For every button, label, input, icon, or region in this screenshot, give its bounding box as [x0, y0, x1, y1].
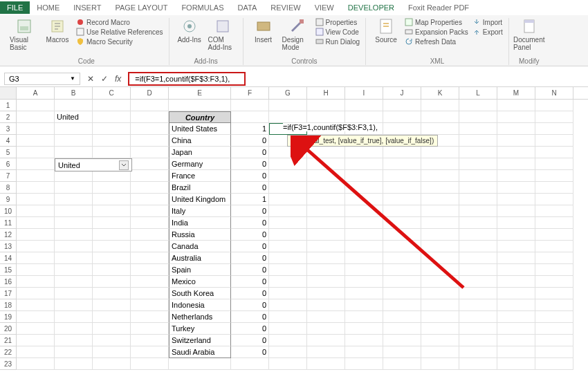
- cell-M20[interactable]: [497, 323, 535, 335]
- cell-A19[interactable]: [17, 311, 55, 323]
- cell-L17[interactable]: [459, 288, 497, 299]
- cell-N6[interactable]: [535, 158, 573, 170]
- cell-E8[interactable]: Brazil: [169, 182, 231, 194]
- cell-H22[interactable]: [307, 346, 345, 358]
- cell-A14[interactable]: [17, 252, 55, 264]
- cell-A22[interactable]: [17, 346, 55, 358]
- col-head-M[interactable]: M: [497, 87, 535, 99]
- cell-D4[interactable]: [131, 135, 169, 147]
- cell-N23[interactable]: [535, 358, 573, 370]
- cell-C20[interactable]: [93, 323, 131, 335]
- cell-D18[interactable]: [131, 299, 169, 311]
- cell-K11[interactable]: [421, 217, 459, 229]
- tab-data[interactable]: DATA: [231, 1, 264, 14]
- cell-E20[interactable]: Turkey: [169, 323, 231, 335]
- enter-formula-icon[interactable]: ✓: [101, 74, 108, 84]
- row-head-22[interactable]: 22: [0, 346, 17, 358]
- row-head-14[interactable]: 14: [0, 252, 17, 264]
- cell-C21[interactable]: [93, 335, 131, 346]
- cell-M3[interactable]: [497, 123, 535, 135]
- cell-C1[interactable]: [93, 100, 131, 111]
- cell-M16[interactable]: [497, 276, 535, 288]
- tab-formulas[interactable]: FORMULAS: [174, 1, 230, 14]
- cell-E17[interactable]: South Korea: [169, 288, 231, 299]
- cell-H10[interactable]: [307, 205, 345, 217]
- cell-G19[interactable]: [269, 311, 307, 323]
- cell-K6[interactable]: [421, 158, 459, 170]
- cell-M10[interactable]: [497, 205, 535, 217]
- map-properties-button[interactable]: Map Properties: [405, 18, 468, 26]
- cell-N20[interactable]: [535, 323, 573, 335]
- cell-M4[interactable]: [497, 135, 535, 147]
- cell-M8[interactable]: [497, 182, 535, 194]
- cell-E2[interactable]: Country: [169, 111, 231, 123]
- cell-H6[interactable]: [307, 158, 345, 170]
- cell-D15[interactable]: [131, 264, 169, 276]
- cell-I17[interactable]: [345, 288, 383, 299]
- cell-D7[interactable]: [131, 170, 169, 182]
- cell-A10[interactable]: [17, 205, 55, 217]
- tab-developer[interactable]: DEVELOPER: [341, 1, 401, 14]
- cell-E23[interactable]: [169, 358, 231, 370]
- col-head-J[interactable]: J: [383, 87, 421, 99]
- cell-L11[interactable]: [459, 217, 497, 229]
- cell-H12[interactable]: [307, 229, 345, 241]
- cell-M14[interactable]: [497, 252, 535, 264]
- cell-I6[interactable]: [345, 158, 383, 170]
- row-head-21[interactable]: 21: [0, 335, 17, 346]
- row-head-4[interactable]: 4: [0, 135, 17, 147]
- cell-I1[interactable]: [345, 100, 383, 111]
- cell-G12[interactable]: [269, 229, 307, 241]
- col-head-A[interactable]: A: [17, 87, 55, 99]
- cell-A12[interactable]: [17, 229, 55, 241]
- cell-M6[interactable]: [497, 158, 535, 170]
- cell-N10[interactable]: [535, 205, 573, 217]
- cell-K23[interactable]: [421, 358, 459, 370]
- cell-G5[interactable]: [269, 147, 307, 158]
- cell-N1[interactable]: [535, 100, 573, 111]
- cell-M15[interactable]: [497, 264, 535, 276]
- cell-F11[interactable]: 0: [231, 217, 269, 229]
- cell-F9[interactable]: 1: [231, 194, 269, 205]
- cell-J18[interactable]: [383, 299, 421, 311]
- cell-C2[interactable]: [93, 111, 131, 123]
- cell-G14[interactable]: [269, 252, 307, 264]
- cell-A6[interactable]: [17, 158, 55, 170]
- cell-D21[interactable]: [131, 335, 169, 346]
- cell-G21[interactable]: [269, 335, 307, 346]
- cell-H8[interactable]: [307, 182, 345, 194]
- cell-C15[interactable]: [93, 264, 131, 276]
- cell-D11[interactable]: [131, 217, 169, 229]
- cell-M21[interactable]: [497, 335, 535, 346]
- cell-A23[interactable]: [17, 358, 55, 370]
- cell-F16[interactable]: 0: [231, 276, 269, 288]
- cell-G11[interactable]: [269, 217, 307, 229]
- cell-N17[interactable]: [535, 288, 573, 299]
- cell-E15[interactable]: Spain: [169, 264, 231, 276]
- cell-F1[interactable]: [231, 100, 269, 111]
- cell-E18[interactable]: Indonesia: [169, 299, 231, 311]
- cell-J6[interactable]: [383, 158, 421, 170]
- cell-M19[interactable]: [497, 311, 535, 323]
- cell-J3[interactable]: [383, 123, 421, 135]
- cell-I19[interactable]: [345, 311, 383, 323]
- cell-I18[interactable]: [345, 299, 383, 311]
- cell-D19[interactable]: [131, 311, 169, 323]
- run-dialog-button[interactable]: Run Dialog: [315, 37, 360, 46]
- cell-K3[interactable]: [421, 123, 459, 135]
- tab-review[interactable]: REVIEW: [264, 1, 307, 14]
- row-head-9[interactable]: 9: [0, 194, 17, 205]
- cell-B17[interactable]: [55, 288, 93, 299]
- cell-M9[interactable]: [497, 194, 535, 205]
- cell-K20[interactable]: [421, 323, 459, 335]
- cell-N5[interactable]: [535, 147, 573, 158]
- cell-L5[interactable]: [459, 147, 497, 158]
- cell-A17[interactable]: [17, 288, 55, 299]
- cell-B3[interactable]: [55, 123, 93, 135]
- cell-F13[interactable]: 0: [231, 241, 269, 252]
- document-panel-button[interactable]: Document Panel: [515, 18, 544, 51]
- cell-C10[interactable]: [93, 205, 131, 217]
- cell-N11[interactable]: [535, 217, 573, 229]
- xml-import-button[interactable]: Import: [472, 18, 503, 26]
- select-all-corner[interactable]: [0, 87, 17, 99]
